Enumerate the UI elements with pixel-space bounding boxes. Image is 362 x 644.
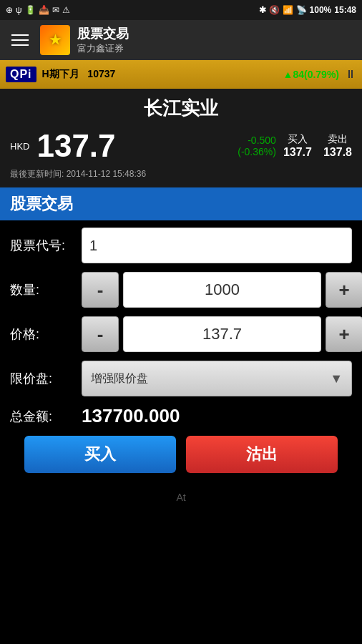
change-value: -0.500	[123, 135, 276, 146]
quantity-input[interactable]	[123, 272, 321, 308]
trade-header: 股票交易	[0, 187, 362, 220]
last-update: 最後更新时间: 2014-11-12 15:48:36	[10, 168, 352, 180]
limit-dropdown[interactable]: 增强限价盘 ▼	[82, 361, 352, 396]
sell-label: 卖出	[323, 133, 352, 146]
hamburger-line	[11, 44, 29, 46]
ticker-change: ▲84(0.79%)	[283, 69, 339, 80]
ticker-text: H期下月 10737	[42, 68, 278, 81]
buy-button[interactable]: 买入	[24, 436, 176, 473]
total-value-area: 137700.000	[82, 405, 352, 427]
quantity-row: 数量: - +	[10, 272, 352, 308]
buy-col: 买入 137.7	[283, 133, 312, 159]
stock-code-row: 股票代号:	[10, 228, 352, 263]
limit-row: 限价盘: 增强限价盘 ▼	[10, 361, 352, 396]
sell-button[interactable]: 沽出	[186, 436, 338, 473]
stock-price-row: HKD 137.7 -0.500 (-0.36%) 买入 137.7 卖出 13…	[10, 128, 352, 164]
trade-section-title: 股票交易	[10, 195, 73, 213]
battery-full-icon: 100%	[310, 5, 332, 15]
logo-area: ★	[40, 25, 70, 55]
stock-code-input-area	[82, 228, 352, 263]
buy-price: 137.7	[283, 146, 312, 159]
limit-dropdown-text: 增强限价盘	[91, 371, 148, 386]
nav-bar: ★ 股票交易 富力鑫证券	[0, 20, 362, 60]
chevron-down-icon: ▼	[330, 371, 343, 386]
total-label: 总金额:	[10, 408, 82, 425]
quantity-input-area: - +	[82, 272, 362, 308]
quantity-label: 数量:	[10, 281, 82, 298]
signal-icon: 📡	[296, 5, 307, 15]
brand-logo: ★	[40, 25, 70, 55]
action-buttons: 买入 沽出	[10, 436, 352, 473]
menu-button[interactable]	[7, 27, 33, 53]
app-subtitle: 富力鑫证券	[77, 42, 129, 55]
usb-icon: ⊕	[6, 5, 13, 15]
price-minus-button[interactable]: -	[82, 316, 119, 352]
nav-title-area: 股票交易 富力鑫证券	[77, 25, 129, 55]
bottom-text: At	[0, 492, 362, 503]
limit-input-area: 增强限价盘 ▼	[82, 361, 352, 396]
app-title: 股票交易	[77, 25, 129, 42]
sell-price: 137.8	[323, 146, 352, 159]
price-input-area: - +	[82, 316, 362, 352]
price-plus-button[interactable]: +	[326, 316, 362, 352]
inbox-icon: 📥	[39, 5, 49, 15]
mute-icon: 🔇	[269, 5, 280, 15]
wifi-icon: 📶	[283, 5, 293, 15]
stock-code-input[interactable]	[82, 228, 352, 263]
clock: 15:48	[334, 5, 356, 15]
status-icons-right: ✱ 🔇 📶 📡 100% 15:48	[259, 5, 356, 15]
ticker-bar: QPi H期下月 10737 ▲84(0.79%) ⏸	[0, 60, 362, 89]
buy-sell-area: 买入 137.7 卖出 137.8	[283, 133, 352, 159]
battery-icon: 🔋	[25, 5, 36, 15]
trade-form: 股票代号: 数量: - + 价格: - + 限价盘: 增强限价盘 ▼	[0, 220, 362, 480]
usb2-icon: ψ	[16, 5, 22, 15]
qpi-logo: QPi	[6, 67, 36, 82]
sell-col: 卖出 137.8	[323, 133, 352, 159]
price-input[interactable]	[123, 316, 321, 352]
pause-button[interactable]: ⏸	[345, 68, 356, 81]
buy-label: 买入	[283, 133, 312, 146]
change-pct: (-0.36%)	[123, 146, 276, 157]
price-label: 价格:	[10, 326, 82, 343]
ticker-period: H期下月	[42, 68, 79, 79]
stock-info: 长江实业 HKD 137.7 -0.500 (-0.36%) 买入 137.7 …	[0, 89, 362, 187]
stock-name: 长江实业	[10, 96, 352, 121]
ticker-price: 10737	[87, 68, 115, 79]
stock-change: -0.500 (-0.36%)	[123, 135, 276, 157]
hamburger-line	[11, 34, 29, 36]
hamburger-line	[11, 39, 29, 41]
total-value: 137700.000	[82, 405, 180, 427]
quantity-minus-button[interactable]: -	[82, 272, 119, 308]
quantity-plus-button[interactable]: +	[326, 272, 362, 308]
stock-currency: HKD	[10, 141, 29, 152]
gmail-icon: ✉	[52, 5, 59, 15]
star-icon: ★	[49, 32, 61, 48]
status-icons-left: ⊕ ψ 🔋 📥 ✉ ⚠	[6, 5, 70, 15]
warning-icon: ⚠	[62, 5, 70, 15]
stock-code-label: 股票代号:	[10, 237, 82, 254]
stock-price: 137.7	[36, 128, 115, 164]
price-row: 价格: - +	[10, 316, 352, 352]
status-bar: ⊕ ψ 🔋 📥 ✉ ⚠ ✱ 🔇 📶 📡 100% 15:48	[0, 0, 362, 20]
limit-label: 限价盘:	[10, 370, 82, 387]
bluetooth-icon: ✱	[259, 5, 266, 15]
total-row: 总金额: 137700.000	[10, 405, 352, 427]
